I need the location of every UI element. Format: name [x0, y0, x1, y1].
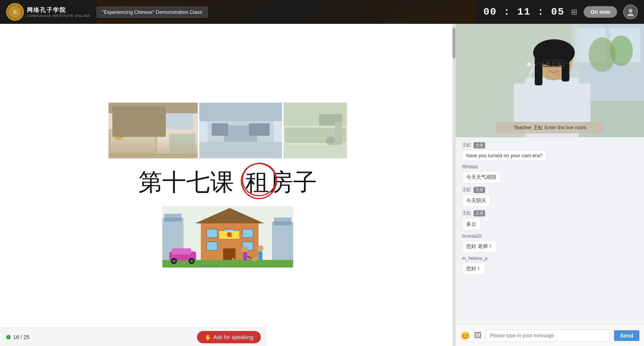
svg-rect-90 — [577, 83, 591, 122]
chat-bubble-6: 您好！ — [462, 263, 486, 275]
sender-name-4: 王虹 — [462, 210, 471, 216]
chat-bubble-4: 多云 — [462, 218, 480, 230]
host-badge-4: 主持 — [474, 210, 485, 216]
chat-group-6: m_helena_p 您好！ — [462, 256, 638, 275]
svg-rect-45 — [242, 229, 253, 238]
chat-area[interactable]: 王虹 主持 have you turned on your cam era? R… — [456, 137, 644, 324]
slide-bottom-bar: 16 / 25 ✋ Ask for speaking — [0, 328, 267, 346]
svg-rect-54 — [172, 248, 191, 255]
scroll-thumb[interactable] — [452, 28, 455, 58]
svg-rect-27 — [284, 145, 347, 158]
host-badge-3: 主持 — [474, 187, 485, 193]
svg-rect-40 — [276, 232, 280, 236]
svg-rect-60 — [243, 252, 247, 261]
bedroom-photo — [108, 103, 198, 158]
living-room-photo — [199, 103, 282, 158]
svg-point-28 — [240, 161, 279, 198]
timer-display: 00 : 11 : 05 — [483, 6, 564, 18]
svg-rect-39 — [282, 225, 286, 229]
sender-name-1: 王虹 — [462, 142, 471, 148]
circled-char-text: 租 — [245, 169, 269, 195]
svg-point-86 — [557, 62, 561, 65]
class-title-button[interactable]: "Experiencing Chinese" Demonstration Cla… — [97, 7, 208, 18]
enter-notification-text: Teacher 王虹 Enter the live room — [514, 125, 587, 130]
svg-rect-12 — [108, 154, 198, 158]
slide-scrollbar[interactable] — [452, 24, 455, 346]
svg-text:租: 租 — [227, 232, 232, 238]
user-avatar[interactable] — [623, 5, 638, 19]
svg-rect-18 — [212, 123, 228, 135]
emoji-button[interactable]: 😊 — [460, 331, 470, 340]
svg-text:孔: 孔 — [13, 10, 17, 15]
room-photos — [108, 103, 347, 158]
svg-point-59 — [242, 246, 248, 252]
logo-icon: 孔 — [6, 3, 24, 21]
on-now-button[interactable]: On now — [584, 6, 617, 18]
svg-rect-37 — [274, 218, 291, 225]
main-area: 第十七课 租 房子 — [0, 24, 644, 346]
circled-character: 租 — [245, 166, 269, 198]
topbar-right-controls: 00 : 11 : 05 ⊞ On now — [483, 5, 638, 19]
chat-input-area: 😊 🖼 Send — [456, 324, 644, 346]
chat-sender-1: 王虹 主持 — [462, 142, 638, 148]
send-button[interactable]: Send — [614, 330, 639, 341]
chat-bubble-3: 今天阴天 — [462, 195, 491, 207]
svg-rect-5 — [108, 129, 157, 158]
svg-rect-32 — [166, 221, 170, 225]
screen-share-icon[interactable]: ⊞ — [571, 7, 577, 17]
topbar: 孔 网络孔子学院 CONFUCIUS INSTITUTE ONLINE "Exp… — [0, 0, 644, 24]
svg-rect-34 — [166, 228, 170, 232]
svg-point-2 — [629, 9, 632, 13]
svg-point-64 — [257, 245, 264, 251]
svg-point-85 — [546, 62, 550, 65]
chat-sender-3: 王虹 主持 — [462, 186, 638, 193]
slide-content: 第十七课 租 房子 — [0, 103, 455, 268]
video-background — [456, 24, 644, 137]
chat-bubble-5: 您好 老师！ — [462, 240, 497, 253]
svg-rect-89 — [514, 83, 527, 122]
chat-group-2: Rfreitas 今天天气很阴 — [462, 164, 638, 183]
svg-rect-52 — [162, 260, 293, 268]
image-button[interactable]: 🖼 — [474, 331, 482, 340]
chat-group-4: 王虹 主持 多云 — [462, 210, 638, 230]
chat-group-3: 王虹 主持 今天阴天 — [462, 186, 638, 207]
svg-rect-6 — [110, 131, 155, 152]
kitchen-photo — [284, 103, 347, 158]
sender-name-5: brunaa20 — [462, 233, 482, 239]
host-badge-1: 主持 — [474, 142, 485, 148]
svg-rect-9 — [108, 103, 198, 113]
svg-point-88 — [527, 62, 531, 66]
svg-point-58 — [190, 260, 193, 263]
chat-sender-2: Rfreitas — [462, 164, 638, 170]
svg-rect-43 — [207, 229, 217, 238]
right-panel: Teacher 王虹 Enter the live room 王虹 主持 hav… — [455, 24, 644, 346]
svg-point-3 — [627, 13, 634, 16]
logo-area: 孔 网络孔子学院 CONFUCIUS INSTITUTE ONLINE — [6, 3, 90, 21]
chat-input-field[interactable] — [486, 329, 610, 342]
svg-rect-15 — [199, 103, 282, 121]
chat-sender-6: m_helena_p — [462, 256, 638, 261]
slide-page-display: 16 / 25 — [13, 334, 30, 340]
svg-point-25 — [326, 136, 335, 146]
enter-notification: Teacher 王虹 Enter the live room — [496, 122, 604, 133]
slide-count-area: 16 / 25 — [6, 334, 30, 340]
logo-chinese-text: 网络孔子学院 — [27, 7, 90, 14]
status-indicator — [6, 335, 11, 339]
chat-group-1: 王虹 主持 have you turned on your cam era? — [462, 142, 638, 161]
sender-name-3: 王虹 — [462, 186, 471, 193]
svg-rect-17 — [199, 142, 282, 158]
svg-rect-31 — [164, 214, 182, 221]
svg-rect-19 — [249, 123, 270, 135]
svg-point-11 — [114, 131, 123, 140]
chat-bubble-2: 今天天气很阴 — [462, 171, 501, 183]
svg-point-72 — [610, 35, 633, 66]
sender-name-2: Rfreitas — [462, 164, 478, 170]
video-feed: Teacher 王虹 Enter the live room — [456, 24, 644, 137]
ask-speaking-label: Ask for speaking — [214, 334, 254, 340]
svg-text:录音自课本: 录音自课本 — [201, 264, 218, 268]
svg-rect-33 — [172, 221, 176, 225]
slide-title: 第十七课 租 房子 — [138, 166, 317, 198]
ask-for-speaking-button[interactable]: ✋ Ask for speaking — [197, 331, 261, 343]
svg-rect-38 — [276, 225, 280, 229]
svg-rect-65 — [259, 251, 262, 260]
